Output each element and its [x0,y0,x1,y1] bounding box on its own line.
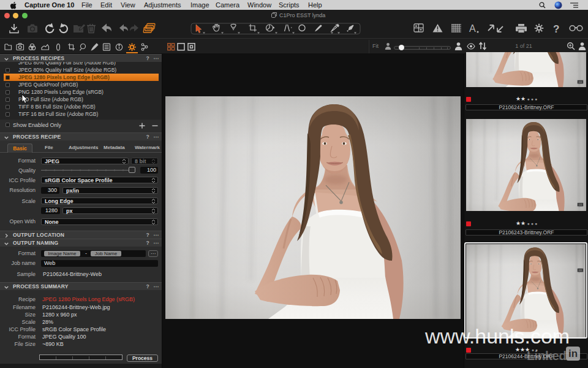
svg-text:?: ? [553,23,559,35]
svg-text:A: A [469,23,476,34]
